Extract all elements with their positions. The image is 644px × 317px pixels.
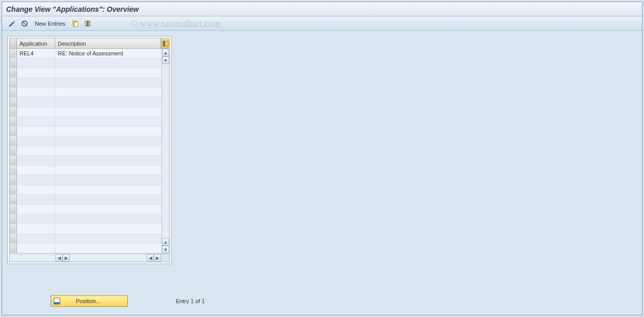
select-all-handle[interactable] xyxy=(10,38,17,48)
other-view-icon[interactable] xyxy=(19,18,30,29)
scroll-right-icon[interactable]: ▶ xyxy=(63,254,70,262)
row-selector[interactable] xyxy=(10,224,17,233)
row-selector[interactable] xyxy=(10,205,17,214)
row-selector[interactable] xyxy=(10,166,17,175)
position-button[interactable]: Position... xyxy=(51,295,128,307)
scroll-down-2-icon[interactable]: ▼ xyxy=(162,246,169,253)
cell-description[interactable] xyxy=(55,88,162,97)
row-selector[interactable] xyxy=(10,88,17,97)
cell-description[interactable] xyxy=(55,146,162,155)
table-row xyxy=(10,78,162,88)
cell-description[interactable] xyxy=(55,107,162,116)
cell-application[interactable] xyxy=(17,224,55,233)
copy-icon[interactable] xyxy=(70,18,80,29)
cell-application[interactable] xyxy=(17,166,55,175)
cell-description[interactable] xyxy=(55,97,162,107)
cell-description[interactable] xyxy=(55,205,162,214)
row-selector[interactable] xyxy=(10,185,17,194)
cell-application[interactable] xyxy=(17,136,55,146)
cell-application[interactable] xyxy=(17,244,55,253)
svg-rect-4 xyxy=(87,21,89,26)
cell-description[interactable] xyxy=(55,117,162,126)
table-row xyxy=(10,166,162,175)
table-row xyxy=(10,244,162,253)
table-frame: Application Description REL4RE: Notice o… xyxy=(7,36,172,264)
cell-description[interactable]: RE: Notice of Assessment xyxy=(55,49,162,58)
cell-application[interactable] xyxy=(17,214,55,224)
scroll-down-icon[interactable]: ▼ xyxy=(162,56,169,64)
cell-description[interactable] xyxy=(55,166,162,175)
row-selector[interactable] xyxy=(10,78,17,87)
scroll-left-2-icon[interactable]: ◀ xyxy=(147,254,154,262)
row-selector[interactable] xyxy=(10,49,17,58)
horizontal-scroll-track[interactable] xyxy=(70,254,147,262)
configure-columns-icon[interactable] xyxy=(161,38,169,48)
cell-application[interactable] xyxy=(17,195,55,204)
table-row xyxy=(10,195,162,205)
table-row xyxy=(10,146,162,156)
cell-application[interactable] xyxy=(17,234,55,243)
svg-rect-2 xyxy=(74,22,78,27)
cell-description[interactable] xyxy=(55,68,162,77)
column-header-application[interactable]: Application xyxy=(17,38,55,48)
table-row xyxy=(10,205,162,214)
row-selector[interactable] xyxy=(10,214,17,224)
row-selector[interactable] xyxy=(10,117,17,126)
vertical-scrollbar[interactable]: ▲ ▼ ▲ ▼ xyxy=(162,49,169,253)
row-selector[interactable] xyxy=(10,175,17,185)
cell-application[interactable] xyxy=(17,68,55,77)
row-selector[interactable] xyxy=(10,195,17,204)
cell-description[interactable] xyxy=(55,136,162,146)
horizontal-scrollbar[interactable]: ◀ ▶ ◀ ▶ xyxy=(10,253,169,262)
cell-description[interactable] xyxy=(55,244,162,253)
cell-application[interactable] xyxy=(17,146,55,155)
table-row xyxy=(10,156,162,166)
cell-application[interactable] xyxy=(17,117,55,126)
cell-description[interactable] xyxy=(55,127,162,136)
cell-application[interactable] xyxy=(17,127,55,136)
cell-description[interactable] xyxy=(55,156,162,165)
vertical-scroll-track[interactable] xyxy=(162,64,169,238)
table-row xyxy=(10,97,162,107)
cell-application[interactable] xyxy=(17,156,55,165)
change-icon[interactable] xyxy=(7,18,17,29)
cell-application[interactable] xyxy=(17,88,55,97)
row-selector[interactable] xyxy=(10,244,17,253)
cell-description[interactable] xyxy=(55,234,162,243)
row-selector[interactable] xyxy=(10,107,17,116)
row-selector[interactable] xyxy=(10,97,17,107)
delete-icon[interactable] xyxy=(83,18,93,29)
position-button-label: Position... xyxy=(76,298,100,304)
cell-application[interactable] xyxy=(17,185,55,194)
row-selector[interactable] xyxy=(10,136,17,146)
cell-description[interactable] xyxy=(55,195,162,204)
column-header-description[interactable]: Description xyxy=(55,38,161,48)
row-selector[interactable] xyxy=(10,58,17,68)
cell-description[interactable] xyxy=(55,214,162,224)
row-selector[interactable] xyxy=(10,127,17,136)
scroll-left-icon[interactable]: ◀ xyxy=(55,254,63,262)
table-row: REL4RE: Notice of Assessment xyxy=(10,49,162,58)
cell-application[interactable]: REL4 xyxy=(17,49,55,58)
row-selector[interactable] xyxy=(10,234,17,243)
cell-application[interactable] xyxy=(17,78,55,87)
row-selector[interactable] xyxy=(10,68,17,77)
cell-description[interactable] xyxy=(55,185,162,194)
new-entries-button[interactable]: New Entries xyxy=(32,21,68,27)
cell-description[interactable] xyxy=(55,78,162,87)
cell-description[interactable] xyxy=(55,175,162,185)
table-row xyxy=(10,117,162,127)
cell-description[interactable] xyxy=(55,58,162,68)
row-selector[interactable] xyxy=(10,156,17,165)
scroll-up-2-icon[interactable]: ▲ xyxy=(162,238,169,246)
cell-application[interactable] xyxy=(17,58,55,68)
row-selector[interactable] xyxy=(10,146,17,155)
scroll-right-2-icon[interactable]: ▶ xyxy=(154,254,161,262)
cell-application[interactable] xyxy=(17,205,55,214)
cell-description[interactable] xyxy=(55,224,162,233)
cell-application[interactable] xyxy=(17,107,55,116)
cell-application[interactable] xyxy=(17,97,55,107)
cell-application[interactable] xyxy=(17,175,55,185)
table-row xyxy=(10,127,162,136)
scroll-up-icon[interactable]: ▲ xyxy=(162,49,169,56)
